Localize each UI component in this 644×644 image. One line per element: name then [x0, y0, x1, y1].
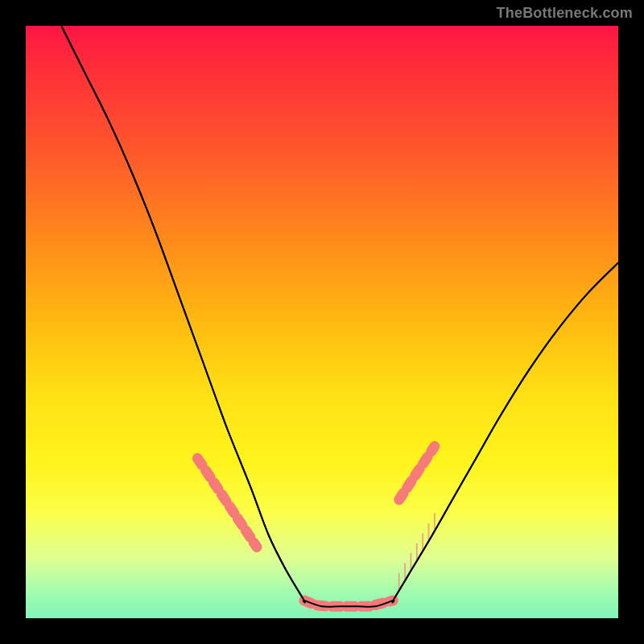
chart-svg [26, 26, 618, 618]
plot-area [26, 26, 618, 618]
overlay-curve [61, 26, 618, 607]
chart-frame: TheBottleneck.com [0, 0, 644, 644]
watermark-text: TheBottleneck.com [497, 5, 633, 22]
salmon-right-segment [399, 447, 435, 500]
right-curve [393, 262, 618, 601]
left-curve [61, 26, 304, 601]
salmon-left-segment [197, 458, 257, 547]
